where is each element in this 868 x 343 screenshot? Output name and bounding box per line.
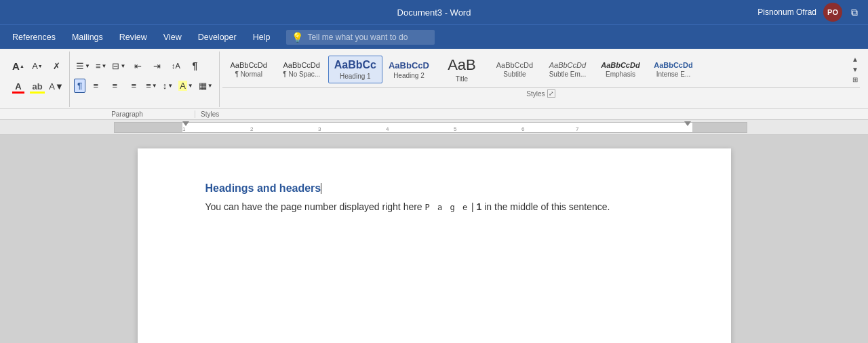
text-highlight-button[interactable]: A▼	[47, 77, 65, 95]
style-subtle-em-preview: AaBbCcDd	[549, 61, 586, 69]
numbering-button[interactable]: ≡▼	[94, 60, 109, 73]
ruler: 1 2 3 4 5 6 7	[114, 122, 747, 133]
document-body[interactable]: You can have the page number displayed r…	[205, 200, 677, 214]
styles-scroll-down[interactable]: ▼	[850, 65, 860, 75]
line-spacing-button[interactable]: ↕▼	[161, 79, 175, 92]
field-code: P a g e	[425, 203, 469, 212]
paragraph-marks-button[interactable]: ¶	[74, 79, 85, 93]
style-heading1-label: Heading 1	[340, 73, 371, 80]
menu-bar: References Mailings Review View Develope…	[0, 24, 868, 49]
user-name: Pisnonum Ofrad	[757, 7, 816, 17]
style-heading2-preview: AaBbCcD	[389, 60, 429, 70]
justify-button[interactable]: ≡▼	[144, 79, 159, 92]
field-value: 1	[477, 201, 482, 212]
search-input[interactable]	[307, 33, 429, 42]
ribbon-labels-row: Paragraph Styles	[0, 109, 868, 120]
styles-expand[interactable]: ⊞	[850, 75, 860, 85]
ruler-mark-5: 5	[454, 126, 456, 132]
sort-button[interactable]: ↕A	[167, 57, 184, 75]
ruler-mark-7: 7	[576, 126, 578, 132]
body-text-before: You can have the page number displayed r…	[205, 201, 422, 212]
shading-button[interactable]: A▼	[176, 79, 195, 92]
styles-section-label: Styles	[201, 110, 219, 118]
style-intense-e[interactable]: AaBbCcDd Intense E...	[647, 58, 700, 81]
field-separator: |	[471, 201, 477, 212]
style-subtitle-label: Subtitle	[503, 70, 526, 78]
clear-formatting-button[interactable]: ✗	[47, 57, 65, 75]
style-normal[interactable]: AaBbCcDd ¶ Normal	[222, 58, 275, 81]
ruler-mark-4: 4	[386, 126, 389, 132]
style-heading1[interactable]: AaBbCc Heading 1	[328, 56, 382, 83]
show-hide-button[interactable]: ¶	[186, 57, 203, 75]
align-right-button[interactable]: ≡	[125, 77, 142, 94]
heading-text: Headings and headers	[205, 182, 321, 194]
menu-review[interactable]: Review	[113, 30, 154, 45]
styles-dialog-launcher[interactable]: ⤢	[547, 89, 555, 98]
paragraph-label: Paragraph	[60, 110, 195, 118]
styles-scroll-controls: ▲ ▼ ⊞	[850, 55, 860, 85]
style-no-space[interactable]: AaBbCcDd ¶ No Spac...	[275, 58, 328, 81]
bullets-button[interactable]: ☰▼	[74, 60, 92, 73]
ruler-container: 1 2 3 4 5 6 7	[0, 120, 868, 135]
ribbon: A▲ A▼ ✗ A ab A▼ ☰	[0, 49, 868, 109]
document-heading[interactable]: Headings and headers	[205, 182, 677, 195]
font-color-button[interactable]: A	[9, 77, 27, 95]
restore-button[interactable]: ⧉	[849, 7, 860, 18]
ruler-mark-1: 1	[182, 126, 185, 132]
style-intense-e-label: Intense E...	[656, 70, 691, 78]
avatar[interactable]: PO	[823, 3, 842, 22]
style-subtle-em[interactable]: AaBbCcDd Subtle Em...	[541, 58, 594, 81]
style-intense-e-preview: AaBbCcDd	[654, 61, 692, 69]
style-normal-preview: AaBbCcDd	[230, 61, 267, 69]
style-emphasis-label: Emphasis	[606, 70, 635, 78]
style-normal-label: ¶ Normal	[235, 70, 262, 78]
menu-help[interactable]: Help	[246, 30, 277, 45]
cursor	[321, 183, 321, 194]
font-shrink-button[interactable]: A▼	[28, 57, 46, 75]
style-subtitle[interactable]: AaBbCcDd Subtitle	[488, 58, 541, 81]
style-title-label: Title	[456, 75, 469, 83]
styles-section: AaBbCcDd ¶ Normal AaBbCcDd ¶ No Spac... …	[220, 52, 863, 99]
border-button[interactable]: ▦▼	[197, 79, 215, 92]
style-subtle-em-label: Subtle Em...	[549, 70, 586, 78]
decrease-indent-button[interactable]: ⇤	[129, 57, 146, 75]
ribbon-list-section: ☰▼ ≡▼ ⊟▼ ⇤ ⇥ ↕A ¶	[70, 52, 220, 107]
style-emphasis-preview: AaBbCcDd	[601, 61, 639, 69]
font-grow-button[interactable]: A▲	[9, 57, 27, 75]
style-no-space-preview: AaBbCcDd	[283, 61, 319, 69]
ruler-mark-6: 6	[521, 126, 524, 132]
styles-scroll-up[interactable]: ▲	[850, 55, 860, 64]
style-subtitle-preview: AaBbCcDd	[496, 61, 533, 69]
styles-label: Styles	[526, 90, 545, 98]
menu-developer[interactable]: Developer	[191, 30, 243, 45]
align-center-button[interactable]: ≡	[106, 77, 123, 94]
document-page[interactable]: Headings and headers You can have the pa…	[138, 148, 731, 343]
right-indent-marker[interactable]	[684, 121, 691, 126]
lightbulb-icon: 💡	[292, 32, 303, 43]
body-text-after: in the middle of this sentence.	[484, 201, 610, 212]
increase-indent-button[interactable]: ⇥	[148, 57, 165, 75]
multilevel-list-button[interactable]: ⊟▼	[110, 60, 127, 73]
title-bar: Document3 - Word Pisnonum Ofrad PO ⧉	[0, 0, 868, 24]
ruler-mark-2: 2	[250, 126, 253, 132]
ruler-mark-3: 3	[318, 126, 321, 132]
highlight-button[interactable]: ab	[28, 77, 46, 95]
ribbon-font-section: A▲ A▼ ✗ A ab A▼	[5, 52, 70, 107]
style-title-preview: AaB	[448, 56, 476, 74]
document-area: Headings and headers You can have the pa…	[0, 135, 868, 343]
search-box[interactable]: 💡	[286, 30, 435, 45]
style-heading2-label: Heading 2	[393, 72, 425, 79]
style-heading1-preview: AaBbCc	[334, 59, 376, 71]
style-title[interactable]: AaB Title	[435, 53, 488, 86]
style-emphasis[interactable]: AaBbCcDd Emphasis	[594, 58, 647, 81]
style-heading2[interactable]: AaBbCcD Heading 2	[382, 57, 435, 83]
menu-view[interactable]: View	[157, 30, 189, 45]
style-no-space-label: ¶ No Spac...	[283, 70, 320, 78]
menu-mailings[interactable]: Mailings	[65, 30, 110, 45]
menu-references[interactable]: References	[5, 30, 62, 45]
left-indent-marker[interactable]	[182, 121, 189, 126]
document-title: Document3 - Word	[397, 7, 471, 18]
align-left-button[interactable]: ≡	[87, 77, 104, 94]
